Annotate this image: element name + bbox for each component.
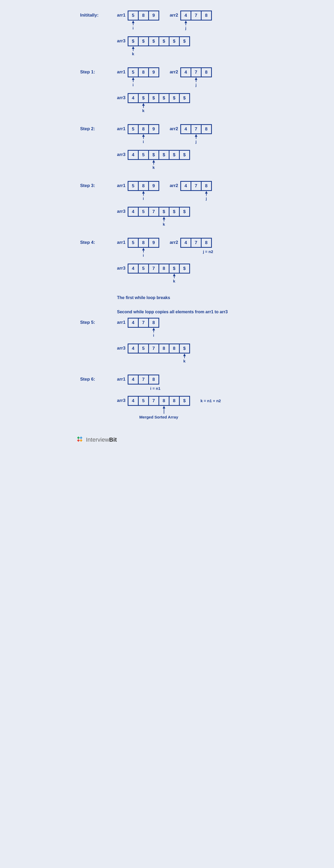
arr1-cell: 9 xyxy=(148,181,159,191)
arr1-block: arr1589i xyxy=(117,181,159,202)
arr1-note: i = n1 xyxy=(130,386,160,391)
pointer-label: i xyxy=(143,253,144,257)
arr2-label: arr2 xyxy=(170,124,178,131)
pointer-label: k xyxy=(173,279,175,283)
arr3-cell: 8 xyxy=(169,396,180,406)
arr3-cell: $ xyxy=(179,150,190,160)
arr1-cells: 589 xyxy=(128,238,159,248)
step-title: Inititally: xyxy=(80,10,117,18)
step-4: Step 4:arr1589iarr2478j = n2arr34578$$k xyxy=(80,238,254,284)
arr3-cell: $ xyxy=(158,207,170,217)
arr3-label: arr3 xyxy=(117,207,126,214)
arrow-up-icon xyxy=(195,134,198,137)
arr1-cell: 8 xyxy=(138,181,149,191)
arr2-cell: 8 xyxy=(201,238,212,248)
arr3-cell: $ xyxy=(179,264,190,274)
arr3-cell: $ xyxy=(179,36,190,46)
arrow-up-icon xyxy=(142,103,145,106)
logo: InterviewBit xyxy=(75,435,254,444)
step-title: Step 3: xyxy=(80,181,117,188)
arr2-cell: 7 xyxy=(190,124,202,134)
arrow-up-icon xyxy=(163,217,165,219)
arr3-cell: 5 xyxy=(138,396,149,406)
final-label: Merged Sorted Array xyxy=(128,415,190,419)
arr1-label: arr1 xyxy=(117,124,126,131)
arr3-label: arr3 xyxy=(117,150,126,157)
arr2-cells: 478 xyxy=(180,10,212,21)
arr1-cell: 9 xyxy=(148,67,159,77)
arr3-cell: 8 xyxy=(169,343,180,353)
arrow-up-icon xyxy=(132,46,134,49)
arr3-cell: 7 xyxy=(148,396,159,406)
arr3-cell: $ xyxy=(158,93,170,103)
arr2-cells: 478 xyxy=(180,67,212,77)
arr3-cell: $ xyxy=(148,36,159,46)
step-3: Step 3:arr1589iarr2478jarr3457$$$k xyxy=(80,181,254,227)
arr1-pointer-row: i xyxy=(128,134,159,145)
arr3-label: arr3 xyxy=(117,343,126,351)
arr1-pointer-row: i xyxy=(128,21,159,31)
arr2-label: arr2 xyxy=(170,67,178,75)
arr1-block: arr1589i xyxy=(117,238,159,258)
pointer-label: k xyxy=(183,359,185,363)
arr2-block: arr2478j xyxy=(170,124,212,145)
step-2: Step 2:arr1589iarr2478jarr345$$$$k xyxy=(80,124,254,170)
arr1-block: arr1589i xyxy=(117,124,159,145)
arr1-pointer-row: i xyxy=(128,77,159,88)
arr2-cell: 7 xyxy=(190,67,202,77)
step-title: Step 6: xyxy=(80,375,117,382)
pointer-label: i xyxy=(143,196,144,201)
arr1-cell: 5 xyxy=(128,10,139,21)
arr2-block: arr2478j xyxy=(170,181,212,202)
pointer-label: j xyxy=(206,196,207,201)
arrow-up-icon xyxy=(132,77,134,80)
arrow-up-icon xyxy=(142,134,145,137)
arr2-cells: 478 xyxy=(180,181,212,191)
arr1-cell: 7 xyxy=(138,318,149,328)
arrow-up-icon xyxy=(152,328,155,330)
arr2-cell: 8 xyxy=(201,124,212,134)
arr3-cell: 4 xyxy=(128,150,139,160)
arr1-pointer-row: i xyxy=(128,328,159,338)
arr3-pointer-row: k xyxy=(128,217,190,227)
arr2-cell: 8 xyxy=(201,181,212,191)
arr3-cell: $ xyxy=(148,150,159,160)
arr3-pointer-row: k xyxy=(128,46,190,57)
arr3-cell: 5 xyxy=(138,264,149,274)
arr1-cell: 8 xyxy=(138,238,149,248)
svg-rect-3 xyxy=(77,436,80,439)
step-title: Step 5: xyxy=(80,318,117,325)
arr3-cell: $ xyxy=(128,36,139,46)
arr3-block: arr34578$$k xyxy=(117,264,190,284)
arr3-pointer-row: k xyxy=(128,353,190,364)
arr3-pointer-row: k xyxy=(128,160,190,170)
arr3-cell: 8 xyxy=(158,343,170,353)
arr3-cell: 5 xyxy=(138,343,149,353)
arr1-label: arr1 xyxy=(117,238,126,245)
arr3-label: arr3 xyxy=(117,93,126,100)
arr3-cell: 5 xyxy=(138,207,149,217)
arr1-pointer-row: i xyxy=(128,191,159,202)
step-title: Step 2: xyxy=(80,124,117,131)
arr1-cell: 8 xyxy=(138,67,149,77)
arr2-block: arr2478j = n2 xyxy=(170,238,213,254)
arr3-cell: $ xyxy=(138,36,149,46)
arr1-cells: 478 xyxy=(128,375,160,384)
arr3-cell: $ xyxy=(169,36,180,46)
arrow-up-icon xyxy=(195,77,198,80)
arr3-final-block: arr345788$Merged Sorted Array xyxy=(117,396,190,419)
pointer-label: j xyxy=(195,140,196,144)
arr3-cell: 4 xyxy=(128,207,139,217)
arrow-up-icon xyxy=(184,21,187,23)
arr3-cell: 4 xyxy=(128,93,139,103)
arr1-cell: 9 xyxy=(148,238,159,248)
message-1: The first while loop breaks xyxy=(117,294,238,301)
arr2-cell: 7 xyxy=(190,238,202,248)
svg-rect-1 xyxy=(80,439,82,442)
arr3-cell: $ xyxy=(158,36,170,46)
arr3-cell: 5 xyxy=(138,150,149,160)
arr3-label: arr3 xyxy=(117,264,126,271)
arr2-block: arr2478j xyxy=(170,10,212,31)
svg-rect-2 xyxy=(77,439,80,442)
arrow-up-icon xyxy=(205,191,208,194)
